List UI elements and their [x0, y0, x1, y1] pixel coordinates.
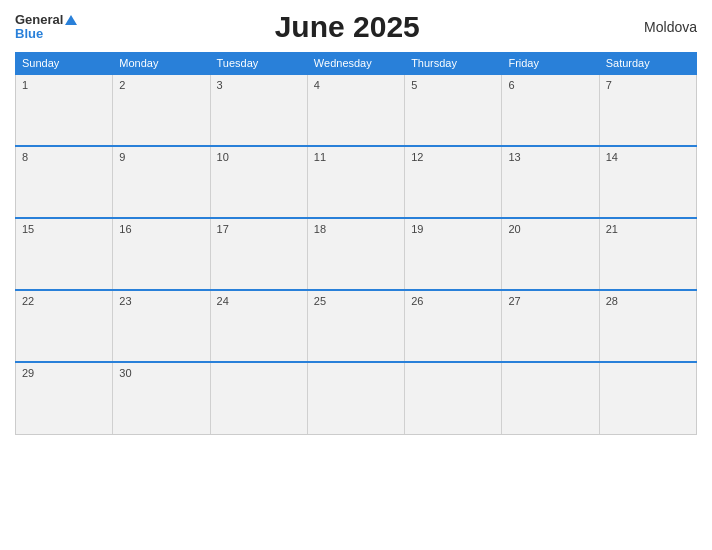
calendar-day: 6: [502, 74, 599, 146]
day-number: 7: [606, 79, 612, 91]
calendar-day: 27: [502, 290, 599, 362]
calendar-week-5: 2930: [16, 362, 697, 434]
logo-general: General: [15, 12, 63, 27]
calendar-day: 1: [16, 74, 113, 146]
day-number: 22: [22, 295, 34, 307]
calendar-day: 17: [210, 218, 307, 290]
day-number: 17: [217, 223, 229, 235]
day-number: 16: [119, 223, 131, 235]
calendar-day: 3: [210, 74, 307, 146]
header-sunday: Sunday: [16, 53, 113, 75]
calendar-table: Sunday Monday Tuesday Wednesday Thursday…: [15, 52, 697, 435]
calendar-day: 14: [599, 146, 696, 218]
header-tuesday: Tuesday: [210, 53, 307, 75]
calendar-day: 21: [599, 218, 696, 290]
day-number: 11: [314, 151, 326, 163]
calendar-day: 11: [307, 146, 404, 218]
logo: General Blue: [15, 13, 77, 42]
calendar-day: 8: [16, 146, 113, 218]
day-number: 18: [314, 223, 326, 235]
day-number: 3: [217, 79, 223, 91]
header-saturday: Saturday: [599, 53, 696, 75]
logo-text: General Blue: [15, 13, 77, 42]
calendar-day: 16: [113, 218, 210, 290]
day-number: 5: [411, 79, 417, 91]
calendar-day: 10: [210, 146, 307, 218]
header-wednesday: Wednesday: [307, 53, 404, 75]
calendar-day: 19: [405, 218, 502, 290]
calendar-day: 13: [502, 146, 599, 218]
calendar-day: [307, 362, 404, 434]
day-number: 23: [119, 295, 131, 307]
day-number: 9: [119, 151, 125, 163]
header-thursday: Thursday: [405, 53, 502, 75]
calendar-day: 26: [405, 290, 502, 362]
day-number: 12: [411, 151, 423, 163]
day-number: 8: [22, 151, 28, 163]
calendar-day: 24: [210, 290, 307, 362]
logo-triangle-icon: [65, 15, 77, 25]
calendar-day: 20: [502, 218, 599, 290]
calendar-day: 28: [599, 290, 696, 362]
calendar-day: 2: [113, 74, 210, 146]
calendar-day: 5: [405, 74, 502, 146]
day-number: 13: [508, 151, 520, 163]
calendar-day: 9: [113, 146, 210, 218]
day-number: 20: [508, 223, 520, 235]
calendar-day: 12: [405, 146, 502, 218]
day-number: 14: [606, 151, 618, 163]
calendar-day: [405, 362, 502, 434]
calendar-day: 23: [113, 290, 210, 362]
day-number: 26: [411, 295, 423, 307]
day-number: 6: [508, 79, 514, 91]
calendar-week-2: 891011121314: [16, 146, 697, 218]
day-number: 19: [411, 223, 423, 235]
calendar-day: 18: [307, 218, 404, 290]
calendar-day: 7: [599, 74, 696, 146]
logo-blue: Blue: [15, 26, 43, 41]
calendar-day: [599, 362, 696, 434]
day-number: 27: [508, 295, 520, 307]
day-number: 15: [22, 223, 34, 235]
header-friday: Friday: [502, 53, 599, 75]
calendar-day: 4: [307, 74, 404, 146]
day-number: 21: [606, 223, 618, 235]
calendar-day: [502, 362, 599, 434]
calendar-day: 15: [16, 218, 113, 290]
weekday-header-row: Sunday Monday Tuesday Wednesday Thursday…: [16, 53, 697, 75]
day-number: 4: [314, 79, 320, 91]
day-number: 29: [22, 367, 34, 379]
calendar-title: June 2025: [77, 10, 617, 44]
calendar-day: 22: [16, 290, 113, 362]
calendar-week-4: 22232425262728: [16, 290, 697, 362]
page: General Blue June 2025 Moldova Sunday Mo…: [0, 0, 712, 550]
day-number: 2: [119, 79, 125, 91]
calendar-day: 25: [307, 290, 404, 362]
day-number: 1: [22, 79, 28, 91]
day-number: 28: [606, 295, 618, 307]
day-number: 30: [119, 367, 131, 379]
day-number: 10: [217, 151, 229, 163]
calendar-day: 29: [16, 362, 113, 434]
header: General Blue June 2025 Moldova: [15, 10, 697, 44]
header-monday: Monday: [113, 53, 210, 75]
calendar-week-3: 15161718192021: [16, 218, 697, 290]
country-label: Moldova: [617, 19, 697, 35]
calendar-week-1: 1234567: [16, 74, 697, 146]
calendar-day: [210, 362, 307, 434]
day-number: 24: [217, 295, 229, 307]
calendar-day: 30: [113, 362, 210, 434]
day-number: 25: [314, 295, 326, 307]
